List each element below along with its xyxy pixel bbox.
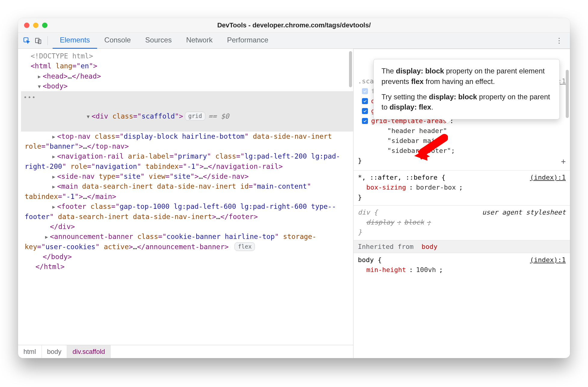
svg-rect-2 bbox=[38, 40, 41, 44]
tab-network[interactable]: Network bbox=[179, 33, 220, 49]
dom-tree[interactable]: <!DOCTYPE html> <html lang="en"> ▶<head>… bbox=[18, 49, 353, 345]
dom-breadcrumbs: html body div.scaffold bbox=[18, 345, 353, 358]
annotation-arrow-icon bbox=[412, 132, 448, 163]
window-title: DevTools - developer.chrome.com/tags/dev… bbox=[18, 21, 570, 29]
dom-row-body-close[interactable]: </body> bbox=[21, 252, 353, 262]
chevron-right-icon[interactable]: ▶ bbox=[52, 133, 57, 140]
dom-row-head[interactable]: ▶<head>…</head> bbox=[21, 71, 353, 81]
chevron-right-icon[interactable]: ▶ bbox=[52, 203, 57, 210]
dom-row-div-close[interactable]: </div> bbox=[21, 222, 353, 232]
rule-source-link[interactable]: (index):1 bbox=[530, 255, 566, 265]
rule-source-link[interactable]: (index):1 bbox=[530, 172, 566, 182]
tab-console[interactable]: Console bbox=[97, 33, 138, 49]
rule-source-label: user agent stylesheet bbox=[482, 207, 566, 217]
selected-node-marker: == $0 bbox=[208, 112, 229, 120]
dom-row-footer[interactable]: ▶<footer class="gap-top-1000 lg:pad-left… bbox=[21, 202, 353, 222]
grid-area-value-l1[interactable]: "header header" bbox=[358, 126, 566, 136]
dom-row-body[interactable]: ▼<body> bbox=[21, 81, 353, 91]
dom-row-announcement[interactable]: ▶<announcement-banner class="cookie-bann… bbox=[21, 232, 353, 252]
chevron-down-icon[interactable]: ▼ bbox=[87, 113, 91, 120]
svg-rect-1 bbox=[35, 38, 39, 43]
gutter-dots-icon: ••• bbox=[23, 93, 36, 102]
inherited-from-link[interactable]: body bbox=[421, 243, 437, 250]
grid-area-value-l2[interactable]: "sidebar main" bbox=[358, 136, 566, 146]
titlebar: DevTools - developer.chrome.com/tags/dev… bbox=[18, 18, 570, 33]
breadcrumb-body[interactable]: body bbox=[42, 345, 67, 358]
breadcrumb-div-scaffold[interactable]: div.scaffold bbox=[67, 345, 111, 358]
checkbox-icon[interactable] bbox=[362, 118, 368, 124]
checkbox-icon[interactable] bbox=[362, 98, 368, 104]
tab-elements[interactable]: Elements bbox=[53, 33, 97, 49]
rule-user-agent[interactable]: user agent stylesheet div { display: blo… bbox=[354, 205, 570, 240]
grid-area-value-l3[interactable]: "sidebar footer"; bbox=[358, 146, 566, 156]
tab-performance[interactable]: Performance bbox=[220, 33, 275, 49]
chevron-right-icon[interactable]: ▶ bbox=[45, 234, 50, 240]
devtools-window: DevTools - developer.chrome.com/tags/dev… bbox=[18, 18, 570, 358]
dom-row-scaffold[interactable]: ••• ▼<div class="scaffold">grid== $0 bbox=[21, 91, 353, 131]
chevron-right-icon[interactable]: ▶ bbox=[52, 183, 57, 190]
dom-row-topnav[interactable]: ▶<top-nav class="display-block hairline-… bbox=[21, 132, 353, 152]
dom-panel: <!DOCTYPE html> <html lang="en"> ▶<head>… bbox=[18, 49, 354, 358]
panel-tabs: Elements Console Sources Network Perform… bbox=[53, 33, 276, 49]
grid-badge[interactable]: grid bbox=[185, 112, 205, 121]
chevron-right-icon[interactable]: ▶ bbox=[38, 73, 43, 80]
more-menu-icon[interactable]: ⋮ bbox=[553, 36, 566, 45]
rule-body[interactable]: (index):1 body { min-height: 100vh; bbox=[354, 253, 570, 278]
chevron-down-icon[interactable]: ▼ bbox=[38, 83, 43, 90]
dom-row-html[interactable]: <html lang="en"> bbox=[21, 61, 353, 71]
device-toggle-icon[interactable] bbox=[34, 36, 43, 45]
hint-tooltip: The display: block property on the paren… bbox=[373, 59, 560, 119]
rule-universal[interactable]: (index):1 *, ::after, ::before { box-siz… bbox=[354, 170, 570, 205]
checkbox-icon[interactable] bbox=[362, 88, 368, 94]
chevron-right-icon[interactable]: ▶ bbox=[52, 173, 57, 180]
dom-row-main[interactable]: ▶<main data-search-inert data-side-nav-i… bbox=[21, 181, 353, 202]
checkbox-icon[interactable] bbox=[362, 108, 368, 114]
dom-row-navrail[interactable]: ▶<navigation-rail aria-label="primary" c… bbox=[21, 151, 353, 172]
inherited-from-bar: Inherited from body bbox=[354, 240, 570, 253]
dom-row-sidenav[interactable]: ▶<side-nav type="site" view="site">…</si… bbox=[21, 172, 353, 181]
divider bbox=[47, 36, 48, 45]
add-property-icon[interactable]: + bbox=[561, 156, 566, 167]
breadcrumb-html[interactable]: html bbox=[18, 345, 42, 358]
dom-row-html-close[interactable]: </html> bbox=[21, 262, 353, 272]
devtools-toolbar: Elements Console Sources Network Perform… bbox=[18, 33, 570, 49]
styles-scrollbar[interactable] bbox=[566, 70, 569, 118]
chevron-right-icon[interactable]: ▶ bbox=[52, 153, 57, 160]
dom-scrollbar[interactable] bbox=[349, 51, 352, 87]
tab-sources[interactable]: Sources bbox=[138, 33, 179, 49]
dom-row-doctype[interactable]: <!DOCTYPE html> bbox=[21, 51, 353, 61]
flex-badge[interactable]: flex bbox=[234, 242, 255, 251]
inspect-element-icon[interactable] bbox=[22, 36, 31, 45]
